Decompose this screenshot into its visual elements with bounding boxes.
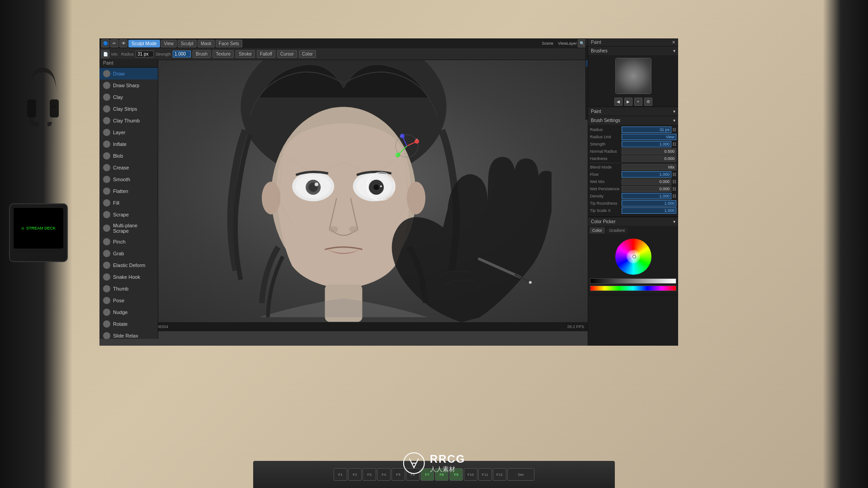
brush-item-elastic-deform[interactable]: Elastic Deform (99, 259, 158, 271)
normal-radius-val[interactable]: 0.500 (622, 148, 676, 155)
key-f3[interactable]: F3 (363, 468, 376, 481)
key-f12[interactable]: F12 (493, 468, 506, 481)
wet-persistence-link-icon[interactable]: ⛓ (672, 187, 676, 191)
color-wheel-container (590, 237, 676, 277)
stroke-button[interactable]: Stroke (236, 50, 255, 58)
radius-link-icon[interactable]: ⛓ (672, 127, 676, 132)
tip-scale-val[interactable]: 1.000 (622, 207, 676, 214)
density-link-icon[interactable]: ⛓ (672, 194, 676, 198)
brush-item-clay[interactable]: Clay (99, 91, 158, 103)
brush-item-slide-relax[interactable]: Slide Relax (99, 330, 158, 339)
strength-val[interactable]: 1.000 (622, 141, 671, 147)
brush-icon-nudge (103, 309, 110, 316)
radius-val[interactable]: 31 px (622, 127, 671, 133)
key-f11[interactable]: F11 (478, 468, 492, 481)
brush-item-pinch[interactable]: Pinch (99, 236, 158, 248)
brightness-bar[interactable] (590, 278, 676, 284)
brush-add-icon[interactable]: + (634, 98, 642, 106)
brush-item-flatten[interactable]: Flatten (99, 185, 158, 197)
brush-item-fill[interactable]: Fill (99, 197, 158, 209)
brush-button[interactable]: Brush (193, 50, 211, 58)
brush-item-clay-strips[interactable]: Clay Strips (99, 103, 158, 115)
density-val[interactable]: 1.000 (622, 193, 671, 199)
brush-item-crease[interactable]: Crease (99, 162, 158, 174)
gradient-tab[interactable]: Gradient (607, 227, 628, 234)
brush-label-draw-sharp: Draw Sharp (113, 83, 139, 88)
key-f1[interactable]: F1 (334, 468, 347, 481)
brush-settings-icon[interactable]: ⚙ (644, 98, 652, 106)
strength-key: Strength (590, 142, 622, 146)
brush-item-clay-thumb[interactable]: Clay Thumb (99, 115, 158, 127)
radius-unit-val[interactable]: View (622, 134, 676, 140)
key-delete[interactable]: Del (507, 468, 534, 481)
tip-roundness-val[interactable]: 1.000 (622, 200, 676, 206)
brush-item-pose[interactable]: Pose (99, 295, 158, 306)
falloff-button[interactable]: Falloff (257, 50, 275, 58)
brush-item-thumb[interactable]: Thumb (99, 283, 158, 295)
sculpt-mode-icon[interactable]: ✏ (110, 39, 118, 47)
hardness-val[interactable]: 0.000 (622, 155, 676, 162)
key-f10[interactable]: F10 (464, 468, 477, 481)
flow-val[interactable]: 1.000 (622, 171, 671, 178)
brush-item-nudge[interactable]: Nudge (99, 306, 158, 318)
mask-button[interactable]: Mask (198, 40, 215, 47)
wet-persistence-val[interactable]: 0.000 (622, 186, 671, 192)
sculpt-mode-button[interactable]: Sculpt Mode (128, 40, 160, 47)
sculpt-button[interactable]: Sculpt (178, 40, 197, 47)
brush-next-icon[interactable]: ▶ (624, 98, 632, 106)
tip-scale-row: Tip Scale X 1.000 (590, 207, 676, 214)
color-indicator[interactable] (632, 255, 636, 258)
brush-item-scrape[interactable]: Scrape (99, 209, 158, 221)
brush-item-grab[interactable]: Grab (99, 248, 158, 259)
strength-input[interactable] (173, 51, 191, 57)
view-button[interactable]: View (161, 40, 177, 47)
wet-mix-link-icon[interactable]: ⛓ (672, 179, 676, 184)
brush-item-snake-hook[interactable]: Snake Hook (99, 271, 158, 283)
props-close-icon[interactable]: ✕ (672, 40, 675, 45)
brush-item-layer[interactable]: Layer (99, 127, 158, 138)
key-f2[interactable]: F2 (348, 468, 362, 481)
color-button[interactable]: Color (299, 50, 316, 58)
brush-icon-pose (103, 297, 110, 304)
new-file-icon[interactable]: 📄 (101, 50, 109, 58)
blend-mode-val[interactable]: Mix (622, 164, 676, 170)
brush-item-smooth[interactable]: Smooth (99, 174, 158, 185)
brush-icon-crease (103, 164, 110, 171)
brush-prev-icon[interactable]: ◀ (614, 98, 623, 106)
key-f4[interactable]: F4 (377, 468, 391, 481)
paint-section-header[interactable]: Paint ▾ (588, 107, 678, 116)
brush-item-blob[interactable]: Blob (99, 150, 158, 162)
view-icon[interactable]: 👁 (119, 39, 127, 47)
brush-item-multi-plane-scrape[interactable]: Multi-plane Scrape (99, 221, 158, 236)
brush-settings-header[interactable]: Brush Settings ▾ (588, 116, 678, 125)
color-wheel[interactable] (615, 239, 651, 275)
texture-button[interactable]: Texture (212, 50, 234, 58)
face-sets-button[interactable]: Face Sets (216, 40, 242, 47)
3d-viewport[interactable]: User Perspective (1) Sphere X Y Z (99, 60, 588, 331)
headphones (25, 59, 61, 149)
brush-icon-clay (103, 94, 110, 101)
brush-shelf-header: Paint (99, 59, 158, 68)
brush-item-draw[interactable]: Draw (99, 68, 158, 80)
brush-item-draw-sharp[interactable]: Draw Sharp (99, 80, 158, 91)
brush-label-elastic-deform: Elastic Deform (113, 263, 146, 268)
header-icons-left: ✏ 👁 (110, 39, 127, 47)
brushes-section-header[interactable]: Brushes ▾ (588, 47, 678, 55)
brush-item-inflate[interactable]: Inflate (99, 138, 158, 150)
brush-icon-inflate (103, 141, 110, 148)
color-picker-header[interactable]: Color Picker ▾ (588, 217, 678, 226)
brush-label-draw: Draw (113, 71, 125, 76)
cursor-button[interactable]: Cursor (277, 50, 297, 58)
search-icon[interactable]: 🔍 (578, 39, 586, 47)
color-tab[interactable]: Color (590, 227, 605, 234)
brush-item-rotate[interactable]: Rotate (99, 318, 158, 330)
strength-link-icon[interactable]: ⛓ (672, 142, 676, 146)
stream-deck-screen: ⊙ STREAM DECK (14, 208, 63, 249)
brushes-expand-icon: ▾ (673, 48, 675, 53)
radius-input[interactable] (136, 51, 154, 57)
flow-link-icon[interactable]: ⛓ (672, 172, 676, 177)
wet-mix-val[interactable]: 0.000 (622, 178, 671, 185)
hue-bar[interactable] (590, 286, 676, 291)
side-right-shadow (823, 0, 868, 488)
brush-icon-slide-relax (103, 332, 110, 339)
